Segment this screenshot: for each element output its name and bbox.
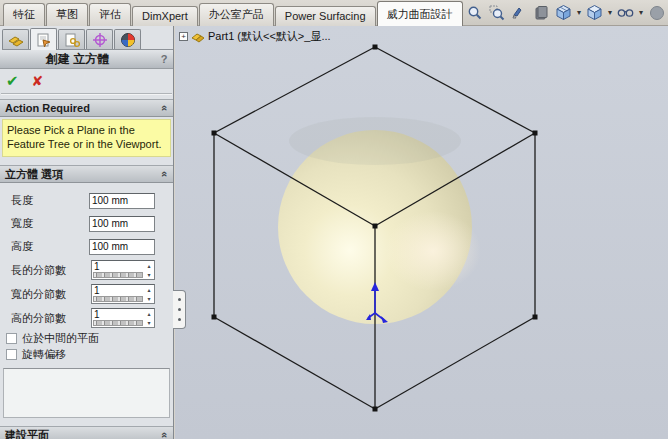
length-row: 長度	[0, 189, 173, 212]
dimxpert-manager-tab[interactable]	[86, 29, 113, 49]
section-view-icon[interactable]	[533, 4, 550, 21]
tab-office-products[interactable]: 办公室产品	[199, 3, 274, 26]
height-label: 高度	[11, 239, 33, 254]
display-manager-tab[interactable]	[114, 29, 141, 49]
length-input[interactable]	[89, 193, 155, 209]
height-segments-label: 高的分節數	[11, 311, 66, 326]
configuration-manager-tab[interactable]	[58, 29, 85, 49]
spin-down-icon[interactable]: ▾	[147, 296, 150, 302]
spin-up-icon[interactable]: ▴	[147, 287, 150, 293]
property-manager-panel: 創建 立方體 ? ✔ ✘ Action Required « Please Pi…	[0, 26, 174, 439]
tab-sketch[interactable]: 草图	[46, 3, 88, 26]
cube-options-header[interactable]: 立方體 選項 «	[0, 165, 173, 183]
hide-show-caret-icon[interactable]: ▾	[639, 4, 643, 21]
appearance-icon[interactable]	[648, 4, 665, 21]
panel-title-bar: 創建 立方體 ?	[0, 50, 173, 69]
width-row: 寬度	[0, 212, 173, 235]
spin-up-icon[interactable]: ▴	[147, 311, 150, 317]
sphere-body	[278, 117, 481, 324]
thumbwheel[interactable]	[93, 296, 143, 302]
tab-evaluate[interactable]: 评估	[89, 3, 131, 26]
view-orientation-caret-icon[interactable]: ▾	[577, 4, 581, 21]
mid-plane-checkbox[interactable]	[6, 333, 17, 344]
mid-plane-row: 位於中間的平面	[0, 330, 173, 346]
rotate-offset-row: 旋轉偏移	[0, 346, 173, 362]
ribbon-bar: 特征 草图 评估 DimXpert 办公室产品 Power Surfacing …	[0, 0, 668, 26]
width-segments-label: 寬的分節數	[11, 287, 66, 302]
length-label: 長度	[11, 193, 33, 208]
view-orientation-icon[interactable]	[555, 4, 572, 21]
panel-splitter-handle[interactable]	[173, 290, 186, 329]
action-required-header[interactable]: Action Required «	[0, 99, 173, 117]
collapse-chevron-icon[interactable]: «	[159, 171, 171, 177]
tree-expand-icon[interactable]: +	[179, 32, 188, 41]
solidworks-window: 特征 草图 评估 DimXpert 办公室产品 Power Surfacing …	[0, 0, 668, 439]
action-required-title: Action Required	[5, 102, 162, 114]
selection-listbox[interactable]	[3, 368, 170, 418]
thumbwheel[interactable]	[93, 272, 143, 278]
cube-options-title: 立方體 選項	[5, 167, 162, 182]
tree-item-label[interactable]: Part1 (默认<<默认>_显...	[208, 29, 331, 44]
confirm-row: ✔ ✘	[0, 69, 173, 93]
zoom-fit-icon[interactable]	[467, 4, 484, 21]
tab-power-surfacing[interactable]: Power Surfacing	[275, 6, 376, 26]
dimxpert-manager-icon	[92, 32, 108, 48]
width-segments-row: 寬的分節數 1 ▴▾	[0, 282, 173, 306]
cube-options-body: 長度 寬度 高度 長的分節數 1 ▴▾ 寬的分節數	[0, 183, 173, 418]
width-segments-spinner[interactable]: 1 ▴▾	[91, 284, 155, 304]
zoom-area-icon[interactable]	[489, 4, 506, 21]
width-input[interactable]	[89, 216, 155, 232]
spin-up-icon[interactable]: ▴	[147, 263, 150, 269]
graphics-viewport[interactable]: + Part1 (默认<<默认>_显...	[175, 26, 668, 439]
display-manager-icon	[120, 32, 136, 48]
configuration-manager-icon	[64, 32, 80, 48]
ribbon-tab-strip: 特征 草图 评估 DimXpert 办公室产品 Power Surfacing …	[3, 1, 464, 26]
feature-manager-tab[interactable]	[2, 29, 29, 49]
length-segments-row: 長的分節數 1 ▴▾	[0, 258, 173, 282]
page-title: 創建 立方體	[0, 51, 155, 68]
construction-plane-title: 建設平面	[5, 428, 162, 439]
length-segments-label: 長的分節數	[11, 263, 66, 278]
collapse-chevron-icon[interactable]: «	[159, 105, 171, 111]
mid-plane-label: 位於中間的平面	[22, 331, 99, 346]
divider	[1, 93, 172, 95]
manager-tab-strip	[2, 28, 173, 50]
heads-up-view-toolbar: ▾ ▾ ▾	[467, 4, 665, 21]
height-segments-spinner[interactable]: 1 ▴▾	[91, 308, 155, 328]
collapse-chevron-icon[interactable]: «	[159, 432, 171, 438]
width-label: 寬度	[11, 216, 33, 231]
feature-tree-item: + Part1 (默认<<默认>_显...	[179, 29, 331, 44]
hide-show-items-icon[interactable]	[617, 4, 634, 21]
rotate-offset-label: 旋轉偏移	[22, 347, 66, 362]
tab-features[interactable]: 特征	[3, 3, 45, 26]
height-segments-row: 高的分節數 1 ▴▾	[0, 306, 173, 330]
tab-dimxpert[interactable]: DimXpert	[132, 6, 198, 26]
spin-down-icon[interactable]: ▾	[147, 272, 150, 278]
property-manager-icon	[36, 32, 52, 48]
ok-button[interactable]: ✔	[6, 72, 19, 90]
feature-manager-icon	[8, 32, 24, 48]
tab-power-surface-design[interactable]: 威力曲面設計	[377, 1, 463, 26]
part-icon	[191, 30, 205, 43]
spin-down-icon[interactable]: ▾	[147, 320, 150, 326]
previous-view-icon[interactable]	[511, 4, 528, 21]
construction-plane-header[interactable]: 建設平面 «	[0, 426, 173, 439]
viewport-canvas[interactable]	[175, 26, 668, 439]
height-row: 高度	[0, 235, 173, 258]
thumbwheel[interactable]	[93, 320, 143, 326]
property-manager-tab[interactable]	[30, 28, 57, 50]
help-button[interactable]: ?	[155, 53, 173, 65]
rotate-offset-checkbox[interactable]	[6, 349, 17, 360]
length-segments-spinner[interactable]: 1 ▴▾	[91, 260, 155, 280]
height-input[interactable]	[89, 239, 155, 255]
display-style-icon[interactable]	[586, 4, 603, 21]
cancel-button[interactable]: ✘	[32, 73, 44, 89]
display-style-caret-icon[interactable]: ▾	[608, 4, 612, 21]
action-required-message: Please Pick a Plane in the Feature Tree …	[2, 119, 171, 157]
